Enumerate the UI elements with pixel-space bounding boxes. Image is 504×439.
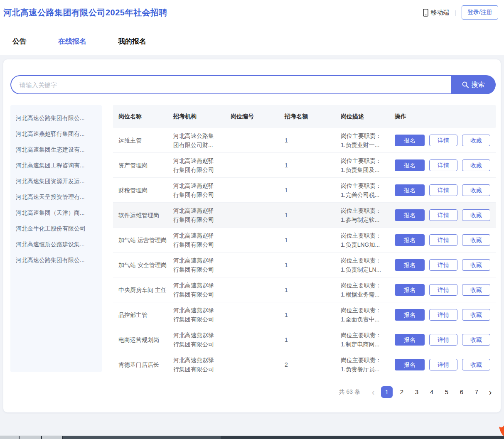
page-button-1[interactable]: 1 [381, 386, 393, 398]
pagination-total: 共 63 条 [339, 388, 360, 396]
apply-button[interactable]: 报名 [395, 234, 425, 246]
main-card: 搜索 河北高速公路集团有限公... 河北高速燕赵驿行集团有... 河北高速集团生… [3, 59, 501, 412]
detail-button[interactable]: 详情 [429, 135, 457, 146]
page-button-5[interactable]: 5 [441, 386, 452, 398]
page-button-3[interactable]: 3 [411, 386, 423, 398]
search-input[interactable] [10, 75, 451, 94]
job-quota: 1 [285, 310, 341, 319]
sidebar-item-company-2[interactable]: 河北高速燕赵驿行集团有... [10, 126, 102, 142]
job-desc: 岗位主要职责：1.负责业财一... [341, 131, 395, 150]
job-desc: 岗位主要职责：1.负责集团及... [341, 156, 395, 174]
detail-button[interactable]: 详情 [429, 159, 457, 171]
job-quota: 1 [285, 136, 341, 145]
detail-button[interactable]: 详情 [429, 334, 457, 346]
detail-button[interactable]: 详情 [429, 209, 457, 221]
taskbar-button[interactable] [42, 436, 63, 439]
sidebar-item-company-3[interactable]: 河北高速集团生态建设有... [10, 142, 102, 157]
page-button-7[interactable]: 7 [471, 386, 482, 398]
sidebar-item-company-6[interactable]: 河北高速天呈投资管理有... [10, 189, 102, 205]
job-name: 资产管理岗 [118, 161, 173, 170]
favorite-button[interactable]: 收藏 [462, 284, 490, 296]
pagination: 共 63 条 ‹ 1 2 3 4 5 6 7 › [113, 386, 496, 398]
sidebar-item-company-8[interactable]: 河北金牛化工股份有限公司 [10, 221, 102, 236]
apply-button[interactable]: 报名 [395, 284, 425, 296]
detail-button[interactable]: 详情 [429, 184, 457, 196]
detail-button[interactable]: 详情 [429, 309, 457, 321]
apply-button[interactable]: 报名 [395, 309, 425, 321]
job-org: 河北高速燕赵驿行集团有限公司 [173, 356, 216, 374]
apply-button[interactable]: 报名 [395, 184, 425, 196]
favorite-button[interactable]: 收藏 [462, 309, 490, 321]
favorite-button[interactable]: 收藏 [462, 184, 490, 196]
col-job-desc: 岗位描述 [341, 113, 395, 120]
mobile-link[interactable]: 移动端 [423, 9, 449, 17]
sidebar-item-company-7[interactable]: 河北高速集团（天津）商... [10, 205, 102, 221]
job-quota: 1 [285, 211, 341, 220]
login-register-button[interactable]: 登录/注册 [462, 5, 498, 20]
page-button-4[interactable]: 4 [426, 386, 438, 398]
favorite-button[interactable]: 收藏 [462, 209, 490, 221]
col-job-code: 岗位编号 [231, 113, 285, 120]
apply-button[interactable]: 报名 [395, 209, 425, 221]
job-desc: 岗位主要职责：1.参与制定软... [341, 206, 395, 224]
table-row: 中央厨房车间 主任 河北高速燕赵驿行集团有限公司 1 岗位主要职责：1.根据业务… [113, 277, 496, 302]
sidebar-item-company-5[interactable]: 河北高速集团资源开发运... [10, 173, 102, 189]
page-button-6[interactable]: 6 [456, 386, 467, 398]
sidebar-item-company-4[interactable]: 河北高速集团工程咨询有... [10, 157, 102, 173]
job-quota: 1 [285, 161, 341, 170]
job-quota: 2 [285, 360, 341, 369]
detail-button[interactable]: 详情 [429, 234, 457, 246]
tab-announcements[interactable]: 公告 [12, 37, 27, 46]
job-org: 河北高速公路集团有限公司财... [173, 131, 216, 150]
nav-tabs: 公告 在线报名 我的报名 [0, 17, 504, 55]
topbar-divider: | [455, 9, 456, 16]
job-desc: 岗位主要职责：1.完善公司税... [341, 181, 395, 199]
table-row: 软件运维管理岗 河北高速燕赵驿行集团有限公司 1 岗位主要职责：1.参与制定软.… [113, 203, 496, 228]
taskbar-button[interactable] [20, 436, 42, 439]
job-desc: 岗位主要职责：1.制定电商网... [341, 331, 395, 349]
table-row: 加气站 安全管理岗 河北高速燕赵驿行集团有限公司 1 岗位主要职责：1.负责制定… [113, 253, 496, 277]
job-org: 河北高速燕赵驿行集团有限公司 [173, 181, 216, 199]
job-desc: 岗位主要职责：1.负责制定LN... [341, 256, 395, 274]
favorite-button[interactable]: 收藏 [462, 359, 490, 370]
job-org: 河北高速燕赵驿行集团有限公司 [173, 156, 216, 174]
detail-button[interactable]: 详情 [429, 284, 457, 296]
apply-button[interactable]: 报名 [395, 159, 425, 171]
favorite-button[interactable]: 收藏 [462, 259, 490, 271]
favorite-button[interactable]: 收藏 [462, 234, 490, 246]
detail-button[interactable]: 详情 [429, 359, 457, 370]
flame-icon[interactable] [499, 425, 504, 436]
search-icon [462, 81, 469, 88]
sidebar-item-company-9[interactable]: 河北高速恒质公路建设集... [10, 236, 102, 252]
tab-online-application[interactable]: 在线报名 [58, 37, 86, 46]
apply-button[interactable]: 报名 [395, 259, 425, 271]
job-quota: 1 [285, 285, 341, 294]
next-page-button[interactable]: › [486, 386, 495, 398]
sidebar-item-company-1[interactable]: 河北高速公路集团有限公... [10, 110, 102, 126]
detail-button[interactable]: 详情 [429, 259, 457, 271]
prev-page-button[interactable]: ‹ [369, 386, 378, 398]
topbar: 河北高速公路集团有限公司2025年社会招聘 移动端 | 登录/注册 [0, 0, 504, 17]
apply-button[interactable]: 报名 [395, 334, 425, 346]
job-name: 肯德基门店店长 [118, 360, 173, 369]
table-row: 电商运营规划岗 河北高速燕赵驿行集团有限公司 1 岗位主要职责：1.制定电商网.… [113, 327, 496, 352]
job-desc: 岗位主要职责：1.全面负责中... [341, 306, 395, 324]
job-quota: 1 [285, 260, 341, 270]
apply-button[interactable]: 报名 [395, 359, 425, 370]
favorite-button[interactable]: 收藏 [462, 135, 490, 146]
favorite-button[interactable]: 收藏 [462, 159, 490, 171]
page-button-2[interactable]: 2 [396, 386, 408, 398]
apply-button[interactable]: 报名 [395, 135, 425, 146]
sidebar-item-company-10[interactable]: 河北高速公路集团有限公... [10, 252, 102, 268]
search-button[interactable]: 搜索 [451, 75, 496, 94]
taskbar-button[interactable] [0, 436, 20, 439]
page-title: 河北高速公路集团有限公司2025年社会招聘 [3, 7, 167, 18]
job-org: 河北高速燕赵驿行集团有限公司 [173, 231, 216, 249]
job-name: 运维主管 [118, 136, 173, 145]
phone-icon [423, 9, 428, 17]
col-quota: 招考名额 [285, 113, 341, 120]
tab-my-applications[interactable]: 我的报名 [118, 37, 146, 46]
table-row: 运维主管 河北高速公路集团有限公司财... 1 岗位主要职责：1.负责业财一..… [113, 128, 496, 153]
favorite-button[interactable]: 收藏 [462, 334, 490, 346]
job-name: 财税管理岗 [118, 186, 173, 195]
